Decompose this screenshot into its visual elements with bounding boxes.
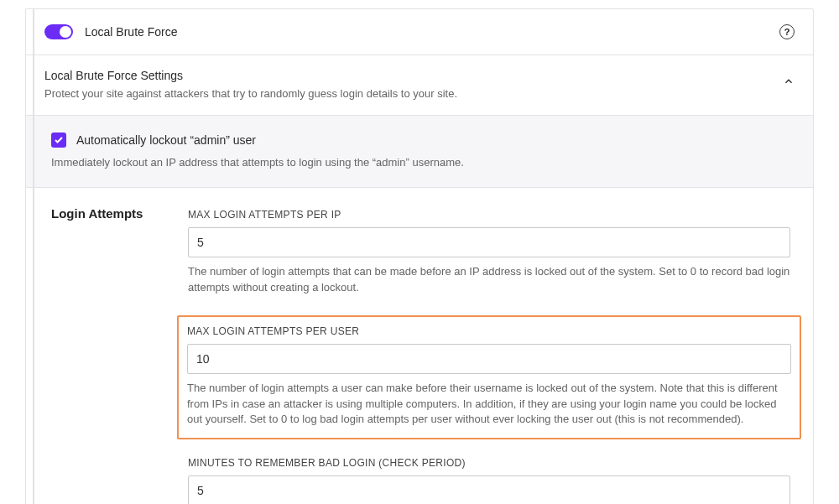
settings-desc: Protect your site against attackers that…	[44, 87, 783, 100]
admin-lockout-section: Automatically lockout “admin” user Immed…	[26, 116, 813, 188]
max-attempts-per-user-input[interactable]	[187, 344, 791, 374]
field-label: MAX LOGIN ATTEMPTS PER USER	[187, 325, 791, 337]
toggle-knob	[60, 26, 71, 38]
panel-title: Local Brute Force	[85, 25, 779, 39]
local-brute-force-panel: Local Brute Force ? Local Brute Force Se…	[25, 8, 814, 504]
panel-subheader[interactable]: Local Brute Force Settings Protect your …	[26, 55, 813, 116]
local-brute-force-toggle[interactable]	[44, 24, 73, 39]
check-icon	[54, 135, 64, 145]
vertical-divider	[33, 8, 34, 504]
admin-lockout-label: Automatically lockout “admin” user	[76, 133, 256, 147]
max-attempts-per-ip-group: MAX LOGIN ATTEMPTS PER IP The number of …	[185, 206, 793, 299]
field-help: The number of login attempts a user can …	[187, 381, 791, 429]
login-attempts-title: Login Attempts	[51, 206, 152, 221]
max-attempts-per-user-group: MAX LOGIN ATTEMPTS PER USER The number o…	[177, 315, 801, 440]
field-label: MINUTES TO REMEMBER BAD LOGIN (CHECK PER…	[188, 457, 790, 469]
help-icon[interactable]: ?	[779, 24, 795, 39]
field-label: MAX LOGIN ATTEMPTS PER IP	[188, 209, 790, 221]
panel-header: Local Brute Force ?	[26, 9, 813, 55]
admin-lockout-desc: Immediately lockout an IP address that a…	[51, 156, 793, 169]
field-help: The number of login attempts that can be…	[188, 264, 790, 296]
chevron-up-icon[interactable]	[783, 75, 795, 90]
login-attempts-section: Login Attempts MAX LOGIN ATTEMPTS PER IP…	[26, 188, 813, 504]
minutes-remember-input[interactable]	[188, 475, 790, 504]
admin-lockout-checkbox[interactable]	[51, 132, 66, 148]
minutes-remember-group: MINUTES TO REMEMBER BAD LOGIN (CHECK PER…	[185, 455, 793, 504]
settings-title: Local Brute Force Settings	[44, 69, 783, 82]
max-attempts-per-ip-input[interactable]	[188, 227, 790, 257]
